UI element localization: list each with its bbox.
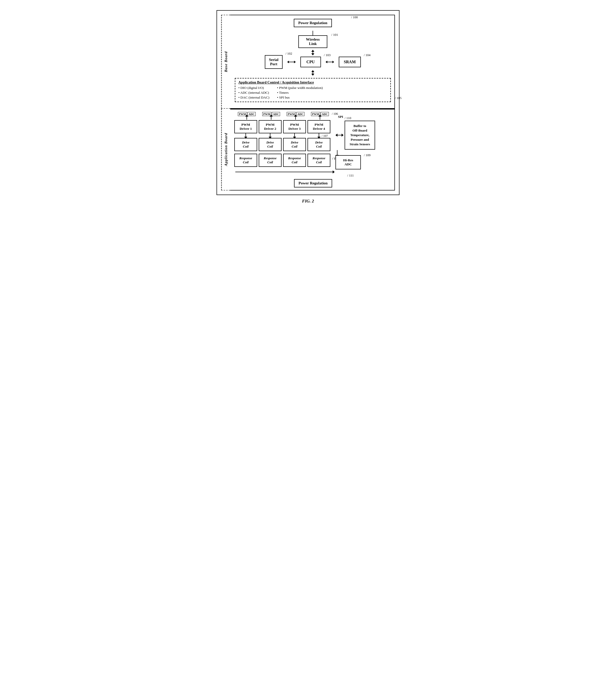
response-coil-3-box: ResponseCoil: [283, 154, 306, 167]
cpu-container: / 103 CPU: [300, 56, 321, 67]
app-item-dac: • DAC (internal DAC): [238, 95, 269, 99]
pwm-adc-group4: PWM ADC / 106: [309, 112, 331, 120]
ref-103: / 103: [324, 53, 330, 57]
sram-container: / 104 SRAM: [339, 56, 361, 67]
serial-port-box: SerialPort: [265, 55, 283, 69]
driver-col-3: PWMDriver 3 DriveCoil ResponseCoil: [283, 120, 306, 167]
app-item-timers: • Timers: [277, 91, 323, 95]
ref-105: / 105: [395, 96, 401, 100]
hi-res-adc-box: Hi-ResADC: [335, 155, 361, 169]
app-interface-col2: • PWM (pulse width modulation) • Timers …: [277, 86, 323, 99]
hi-res-container: / 109 Hi-ResADC: [335, 155, 361, 169]
drivers-section: PWMDriver 1 DriveCoil ResponseCoil PWMDr…: [234, 120, 330, 167]
serial-port-container: / 102 SerialPort: [265, 55, 283, 69]
driver-col-2: PWMDriver 2 DriveCoil ResponseCoil: [259, 120, 282, 167]
drive-coil-2-box: DriveCoil: [259, 138, 282, 151]
wireless-section: / 101 WirelessLink: [235, 35, 391, 48]
app-interface-col1: • DIO (digital I/O) • ADC (internal ADC)…: [238, 86, 269, 99]
response-coil-2-box: ResponseCoil: [259, 154, 282, 167]
adc-badge-1: ADC: [247, 112, 256, 116]
pwm-adc-group1: PWM ADC: [235, 112, 258, 120]
ref-106-label: / 106: [332, 112, 338, 116]
power-reg-top-container: / 100 Power Regulation: [235, 19, 391, 27]
right-section: / 110 Buffer toOff-BoardTemperature,Pres…: [335, 120, 375, 169]
arrow-cpu-down: [235, 70, 391, 75]
ref-109: / 109: [364, 153, 371, 157]
cpu-row: / 102 SerialPort / 103: [235, 55, 391, 69]
pwm-arrows-row: PWM ADC PWM ADC: [235, 112, 392, 120]
spi-arrow: [335, 134, 344, 137]
ref-107: / 107: [322, 134, 328, 138]
spi-section-top: SPI: [333, 112, 392, 120]
pwm-driver-2-box: PWMDriver 2: [259, 120, 282, 133]
adc-badge-3: ADC: [296, 112, 304, 116]
drive-coil-1-box: DriveCoil: [234, 138, 257, 151]
pwm-driver-4-box: PWMDriver 4: [307, 120, 330, 133]
driver-col-1: PWMDriver 1 DriveCoil ResponseCoil: [234, 120, 257, 167]
app-item-adc: • ADC (internal ADC): [238, 91, 269, 95]
arrow-cpu-sram: [326, 61, 334, 63]
pwm-adc-group2: PWM ADC: [260, 112, 283, 120]
app-board-content: PWM ADC PWM ADC: [230, 109, 395, 190]
response-lines: [235, 170, 392, 174]
arrow-to-wireless: [235, 31, 391, 35]
pwm-driver-1-box: PWMDriver 1: [234, 120, 257, 133]
power-reg-bottom-container: / 111 Power Regulation: [234, 177, 392, 187]
ref-100: / 100: [351, 15, 358, 19]
ref-101: / 101: [331, 33, 338, 37]
ref-102: / 102: [285, 51, 292, 55]
adc-badge-2: ADC: [272, 112, 280, 116]
power-regulation-bottom-box: Power Regulation: [294, 179, 332, 187]
sram-box: SRAM: [339, 56, 361, 67]
app-item-pwm: • PWM (pulse width modulation): [277, 86, 323, 90]
power-regulation-top-box: Power Regulation: [294, 19, 332, 27]
buffer-box: Buffer toOff-BoardTemperature,Pressure a…: [345, 121, 375, 150]
ref-110: / 110: [345, 116, 351, 120]
base-board-border: Base Board: [221, 15, 230, 109]
arrow-serial-cpu: [287, 61, 296, 63]
app-board-inner: PWMDriver 1 DriveCoil ResponseCoil PWMDr…: [234, 120, 392, 169]
cpu-box: CPU: [300, 56, 321, 67]
figure-label: FIG. 2: [217, 199, 399, 204]
pwm-driver-3-box: PWMDriver 3: [283, 120, 306, 133]
app-board-label: Application Board: [224, 133, 228, 166]
buffer-container: / 110 Buffer toOff-BoardTemperature,Pres…: [345, 121, 375, 150]
app-item-spi: • SPI bus: [277, 95, 323, 99]
pwm-adc-group3: PWM ADC: [284, 112, 307, 120]
ref-111: / 111: [347, 174, 354, 178]
drive-coil-4-box: DriveCoil: [307, 138, 330, 151]
driver-col-4: PWMDriver 4 / 107 DriveCoil ResponseCoil…: [307, 120, 330, 167]
spi-buffer-area: / 110 Buffer toOff-BoardTemperature,Pres…: [335, 120, 375, 150]
wireless-link-box: WirelessLink: [298, 35, 327, 48]
adc-badge-4: ADC: [321, 112, 329, 116]
app-board-border: Application Board: [221, 109, 230, 190]
response-coil-4-box: ResponseCoil / 108: [307, 154, 330, 167]
base-board-content: / 100 Power Regulation / 101 WirelessLin…: [230, 15, 395, 109]
spi-label: SPI: [338, 115, 343, 119]
app-interface-title: Application Board Control / Acquisition …: [238, 81, 387, 85]
main-diagram: Base Board / 100 Power Regulation: [217, 10, 399, 195]
base-board-label: Base Board: [224, 51, 228, 72]
app-interface-box: Application Board Control / Acquisition …: [235, 78, 391, 102]
app-item-dio: • DIO (digital I/O): [238, 86, 269, 90]
app-interface-items: • DIO (digital I/O) • ADC (internal ADC)…: [238, 86, 387, 99]
ref-104: / 104: [364, 53, 370, 57]
response-coil-1-box: ResponseCoil: [234, 154, 257, 167]
drive-coil-3-box: DriveCoil: [283, 138, 306, 151]
page-container: Base Board / 100 Power Regulation: [212, 5, 404, 209]
